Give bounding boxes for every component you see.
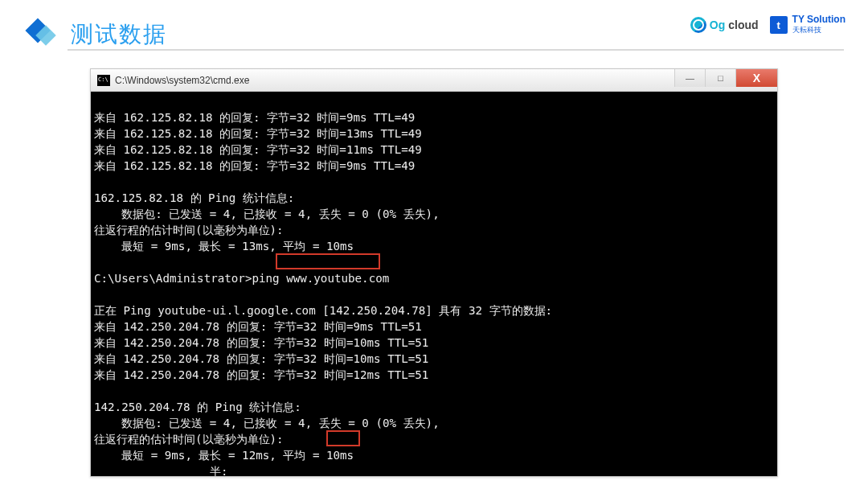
- term-line: 来自 142.250.204.78 的回复: 字节=32 时间=9ms TTL=…: [94, 320, 422, 333]
- term-blank: [94, 288, 101, 301]
- diamond-icon: [24, 17, 59, 52]
- term-prompt-line: C:\Users\Administrator>ping www.youtube.…: [94, 272, 389, 285]
- close-button[interactable]: X: [735, 69, 777, 87]
- cmd-icon: [97, 75, 110, 86]
- term-line: 来自 142.250.204.78 的回复: 字节=32 时间=10ms TTL…: [94, 336, 428, 349]
- cmd-window: C:\Windows\system32\cmd.exe — □ X 来自 162…: [90, 68, 778, 477]
- term-line: 162.125.82.18 的 Ping 统计信息:: [94, 191, 294, 204]
- terminal-body[interactable]: 来自 162.125.82.18 的回复: 字节=32 时间=9ms TTL=4…: [91, 92, 777, 476]
- term-line: 142.250.204.78 的 Ping 统计信息:: [94, 401, 301, 413]
- term-blank: [94, 465, 101, 476]
- brand-block: Ogcloud t TY Solution 天耘科技: [690, 14, 845, 35]
- ogcloud-logo: Ogcloud: [690, 17, 759, 33]
- ty-line1: TY Solution: [792, 14, 845, 25]
- ty-square-icon: t: [770, 16, 788, 34]
- term-blank: [94, 256, 101, 269]
- term-line: 最短 = 9ms, 最长 = 12ms, 平均 = 10ms: [94, 449, 354, 462]
- term-line: 最短 = 9ms, 最长 = 13ms, 平均 = 10ms: [94, 240, 354, 253]
- brand-og-text: cloud: [728, 18, 758, 31]
- term-line: 来自 162.125.82.18 的回复: 字节=32 时间=11ms TTL=…: [94, 143, 422, 156]
- cmd-titlebar[interactable]: C:\Windows\system32\cmd.exe — □ X: [91, 69, 777, 92]
- term-line: 数据包: 已发送 = 4, 已接收 = 4, 丢失 = 0 (0% 丢失),: [94, 417, 440, 429]
- term-line: 数据包: 已发送 = 4, 已接收 = 4, 丢失 = 0 (0% 丢失),: [94, 208, 440, 220]
- cmd-title-path: C:\Windows\system32\cmd.exe: [115, 75, 674, 86]
- slide-title: 测试数据: [71, 19, 167, 50]
- highlight-box-avg: [326, 430, 360, 446]
- term-line: 来自 162.125.82.18 的回复: 字节=32 时间=13ms TTL=…: [94, 127, 422, 140]
- ty-solution-logo: t TY Solution 天耘科技: [770, 14, 845, 35]
- slide-root: 测试数据 Ogcloud t TY Solution 天耘科技 C:\Windo…: [0, 0, 868, 489]
- highlight-box-youtube: [276, 253, 380, 269]
- term-line: 往返行程的估计时间(以毫秒为单位):: [94, 433, 284, 446]
- term-line: 来自 162.125.82.18 的回复: 字节=32 时间=9ms TTL=4…: [94, 111, 415, 124]
- globe-icon: [690, 17, 706, 33]
- term-line: 来自 162.125.82.18 的回复: 字节=32 时间=9ms TTL=4…: [94, 159, 415, 172]
- title-underline: [68, 48, 844, 51]
- term-line: 往返行程的估计时间(以毫秒为单位):: [94, 224, 284, 236]
- term-blank: [94, 175, 101, 188]
- term-line: 来自 142.250.204.78 的回复: 字节=32 时间=10ms TTL…: [94, 352, 428, 365]
- term-blank: [94, 384, 101, 397]
- maximize-button[interactable]: □: [705, 69, 735, 87]
- window-buttons: — □ X: [674, 69, 777, 91]
- term-line: 来自 142.250.204.78 的回复: 字节=32 时间=12ms TTL…: [94, 368, 428, 381]
- minimize-button[interactable]: —: [674, 69, 705, 87]
- term-line: 正在 Ping youtube-ui.l.google.com [142.250…: [94, 304, 552, 317]
- ty-line2: 天耘科技: [792, 25, 845, 35]
- ime-indicator: 半:: [210, 463, 227, 475]
